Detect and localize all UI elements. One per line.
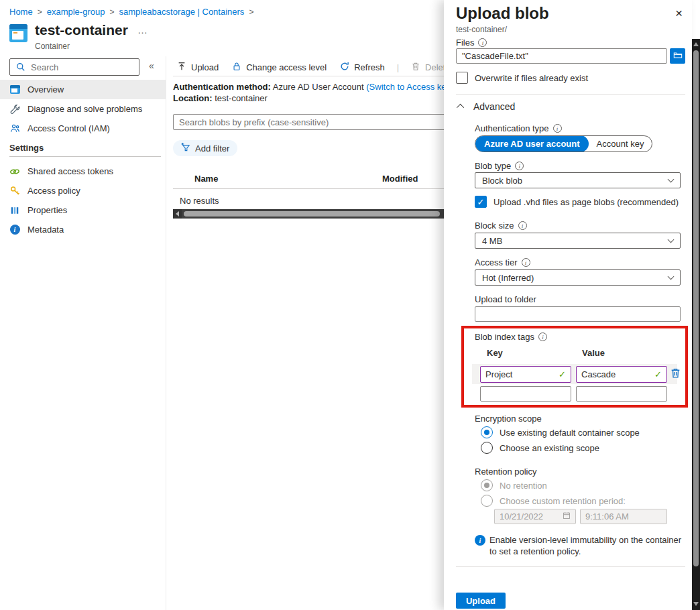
sidebar-collapse-icon[interactable]: « bbox=[149, 60, 154, 71]
sidebar-item-access-policy[interactable]: Access policy bbox=[0, 181, 166, 200]
access-tier-select[interactable]: Hot (Inferred) bbox=[475, 269, 681, 286]
info-circle-icon: i bbox=[538, 332, 547, 341]
vhd-row: ✓ Upload .vhd files as page blobs (recom… bbox=[475, 196, 679, 208]
blob-prefix-search-input[interactable] bbox=[179, 117, 442, 127]
more-menu-icon[interactable]: … bbox=[137, 24, 148, 36]
blob-prefix-search[interactable] bbox=[173, 114, 448, 130]
tag-key-input[interactable]: Project ✓ bbox=[480, 366, 571, 383]
close-icon[interactable]: × bbox=[675, 7, 683, 19]
tag-value-header: Value bbox=[582, 348, 605, 358]
breadcrumb-separator: > bbox=[249, 7, 253, 17]
vertical-scrollbar[interactable] bbox=[692, 39, 700, 610]
files-input[interactable] bbox=[456, 48, 667, 64]
radio-default-scope[interactable] bbox=[481, 426, 493, 438]
tag-value-input-empty[interactable] bbox=[576, 386, 667, 402]
vhd-checkbox[interactable]: ✓ bbox=[475, 196, 487, 208]
block-size-select[interactable]: 4 MB bbox=[475, 233, 681, 249]
auth-method-value: Azure AD User Account bbox=[273, 82, 364, 92]
scroll-up-arrow[interactable] bbox=[693, 42, 699, 46]
sidebar-search-input[interactable] bbox=[31, 62, 125, 72]
sidebar-item-label: Properties bbox=[27, 205, 67, 215]
people-icon bbox=[9, 123, 20, 134]
breadcrumb: Home > example-group > sampleabacstorage… bbox=[9, 7, 253, 17]
upload-submit-button[interactable]: Upload bbox=[456, 593, 506, 609]
overwrite-row: Overwrite if files already exist bbox=[456, 72, 588, 84]
chevron-down-icon bbox=[668, 273, 675, 280]
refresh-icon bbox=[340, 62, 349, 73]
add-filter-button[interactable]: Add filter bbox=[173, 140, 237, 156]
lock-icon bbox=[232, 62, 241, 73]
sidebar-item-label: Diagnose and solve problems bbox=[27, 104, 142, 114]
switch-access-key-link[interactable]: (Switch to Access key) bbox=[366, 82, 453, 92]
sidebar-item-access-control[interactable]: Access Control (IAM) bbox=[0, 119, 166, 138]
key-icon bbox=[9, 186, 20, 196]
sidebar-item-shared-access-tokens[interactable]: Shared access tokens bbox=[0, 162, 166, 181]
block-size-label-row: Block size i bbox=[475, 221, 527, 231]
info-circle-icon: i bbox=[553, 124, 562, 133]
refresh-button[interactable]: Refresh bbox=[336, 62, 389, 73]
retention-time-input: 9:11:06 AM bbox=[580, 509, 667, 524]
sidebar-section-settings: Settings bbox=[9, 143, 44, 153]
change-access-level-button[interactable]: Change access level bbox=[228, 62, 331, 73]
location-line: Location: test-container bbox=[173, 93, 268, 104]
sidebar-item-label: Overview bbox=[27, 84, 64, 95]
auth-type-label-row: Authentication type i bbox=[475, 123, 562, 133]
column-header-name[interactable]: Name bbox=[194, 174, 218, 184]
calendar-icon bbox=[563, 511, 571, 522]
info-circle-icon: i bbox=[515, 162, 524, 170]
advanced-expander[interactable]: Advanced bbox=[459, 101, 515, 112]
scroll-left-arrow[interactable] bbox=[173, 209, 182, 219]
column-header-modified[interactable]: Modified bbox=[382, 174, 418, 184]
access-tier-label: Access tier bbox=[475, 257, 518, 267]
files-label: Files bbox=[456, 38, 474, 48]
radio-custom-retention-label: Choose custom retention period: bbox=[500, 496, 626, 506]
block-size-value: 4 MB bbox=[482, 236, 502, 246]
block-size-label: Block size bbox=[475, 221, 514, 231]
horizontal-scrollbar[interactable] bbox=[173, 209, 445, 219]
upload-label: Upload bbox=[191, 62, 219, 72]
upload-folder-input[interactable] bbox=[475, 306, 681, 322]
chain-icon bbox=[9, 166, 20, 177]
browse-files-button[interactable] bbox=[670, 48, 685, 64]
breadcrumb-storage-containers[interactable]: sampleabacstorage | Containers bbox=[119, 7, 244, 17]
upload-button[interactable]: Upload bbox=[173, 62, 223, 73]
command-bar: Upload Change access level Refresh | Del… bbox=[173, 59, 487, 75]
trash-icon bbox=[411, 62, 420, 73]
retention-date-input: 10/21/2022 bbox=[494, 509, 576, 524]
auth-toggle-selected[interactable]: Azure AD user account bbox=[475, 135, 589, 152]
upload-arrow-icon bbox=[177, 62, 186, 73]
encryption-option-existing: Choose an existing scope bbox=[481, 442, 599, 454]
auth-toggle-account-key[interactable]: Account key bbox=[589, 139, 652, 149]
breadcrumb-resource-group[interactable]: example-group bbox=[47, 7, 105, 17]
breadcrumb-home[interactable]: Home bbox=[9, 7, 33, 17]
tag-key-header: Key bbox=[487, 348, 503, 358]
sidebar-search[interactable] bbox=[9, 58, 139, 76]
advanced-label: Advanced bbox=[473, 101, 515, 112]
auth-type-label: Authentication type bbox=[475, 123, 549, 133]
sidebar-item-metadata[interactable]: i Metadata bbox=[0, 220, 166, 239]
scroll-down-arrow[interactable] bbox=[693, 602, 699, 606]
info-circle-icon: i bbox=[522, 258, 530, 267]
refresh-label: Refresh bbox=[354, 62, 385, 72]
breadcrumb-separator: > bbox=[109, 7, 114, 17]
chevron-down-icon bbox=[668, 236, 675, 243]
sidebar-item-diagnose[interactable]: Diagnose and solve problems bbox=[0, 99, 166, 119]
authentication-method-line: Authentication method: Azure AD User Acc… bbox=[173, 81, 453, 93]
horizontal-scrollbar-thumb[interactable] bbox=[184, 211, 440, 217]
sidebar-item-properties[interactable]: Properties bbox=[0, 200, 166, 220]
sidebar-item-label: Metadata bbox=[27, 225, 64, 235]
immutability-note: Enable version-level immutability on the… bbox=[489, 534, 687, 557]
delete-tag-icon[interactable] bbox=[670, 367, 681, 381]
sidebar-item-overview[interactable]: Overview bbox=[0, 80, 166, 99]
change-access-level-label: Change access level bbox=[246, 62, 327, 72]
valid-check-icon: ✓ bbox=[654, 369, 662, 379]
auth-type-toggle[interactable]: Azure AD user account Account key bbox=[475, 135, 652, 152]
info-icon: i bbox=[9, 225, 20, 235]
overwrite-checkbox[interactable] bbox=[456, 72, 468, 84]
blob-type-select[interactable]: Block blob bbox=[475, 172, 681, 188]
tag-key-input-empty[interactable] bbox=[480, 386, 571, 402]
tag-value-input[interactable]: Cascade ✓ bbox=[576, 366, 667, 383]
radio-existing-scope[interactable] bbox=[481, 442, 493, 454]
vertical-scrollbar-thumb[interactable] bbox=[693, 50, 699, 566]
access-tier-value: Hot (Inferred) bbox=[482, 273, 534, 283]
